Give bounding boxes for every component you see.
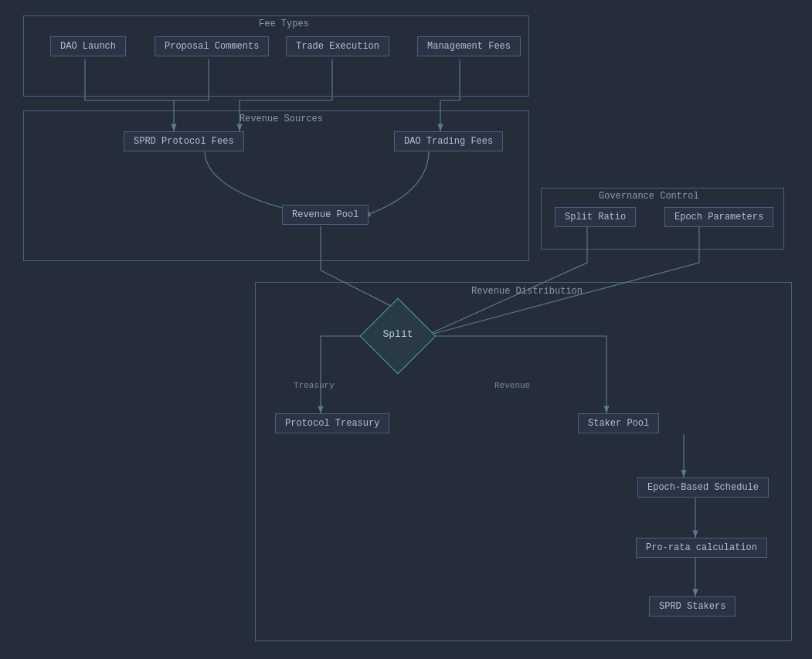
sprd-stakers-node: SPRD Stakers xyxy=(649,596,736,617)
treasury-edge-label: Treasury xyxy=(294,381,335,390)
epoch-parameters-node: Epoch Parameters xyxy=(664,207,773,227)
staker-pool-node: Staker Pool xyxy=(578,413,659,433)
trade-execution-node: Trade Execution xyxy=(286,36,389,56)
epoch-based-schedule-node: Epoch-Based Schedule xyxy=(637,477,769,498)
revenue-pool-node: Revenue Pool xyxy=(282,205,369,225)
management-fees-node: Management Fees xyxy=(417,36,521,56)
split-label: Split xyxy=(371,328,425,340)
governance-control-label: Governance Control xyxy=(599,191,699,202)
proposal-comments-node: Proposal Comments xyxy=(155,36,269,56)
split-ratio-node: Split Ratio xyxy=(555,207,636,227)
revenue-sources-label: Revenue Sources xyxy=(240,114,323,124)
protocol-treasury-node: Protocol Treasury xyxy=(275,413,389,433)
revenue-distribution-label: Revenue Distribution xyxy=(471,286,583,297)
diagram-container: Fee Types DAO Launch Proposal Comments T… xyxy=(0,0,812,659)
revenue-distribution-section xyxy=(255,282,792,641)
dao-launch-node: DAO Launch xyxy=(50,36,126,56)
pro-rata-calculation-node: Pro-rata calculation xyxy=(636,538,767,558)
revenue-edge-label: Revenue xyxy=(494,381,530,390)
sprd-protocol-fees-node: SPRD Protocol Fees xyxy=(124,131,244,151)
fee-types-label: Fee Types xyxy=(259,19,309,29)
dao-trading-fees-node: DAO Trading Fees xyxy=(394,131,503,151)
